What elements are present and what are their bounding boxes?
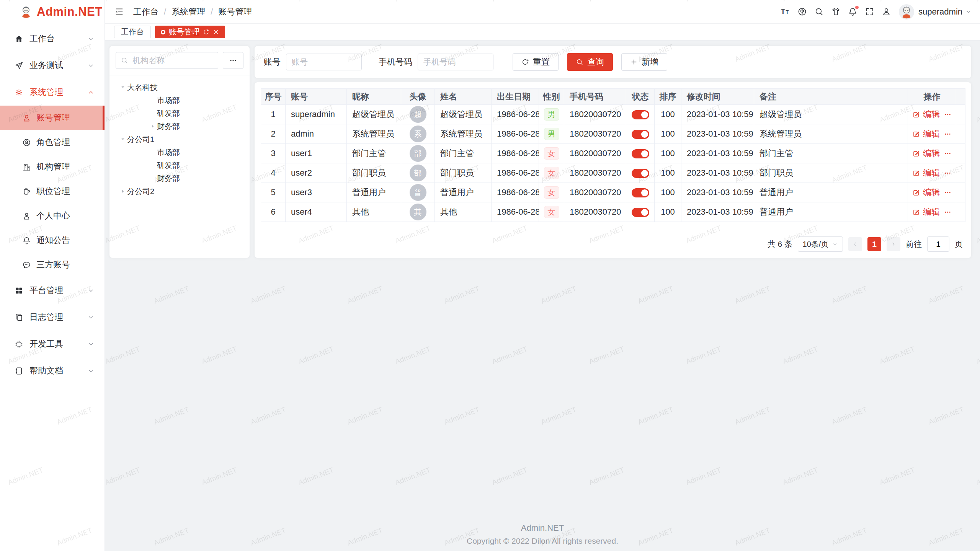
query-button[interactable]: 查询 [567, 53, 613, 71]
arrow-right-icon[interactable] [890, 241, 897, 247]
sidebar-item-system-mgmt[interactable]: 系统管理 [0, 79, 105, 106]
sidebar-item-platform-mgmt[interactable]: 平台管理 [0, 277, 105, 304]
tree-node-label: 市场部 [157, 95, 180, 106]
profile-button[interactable] [878, 3, 895, 21]
close-icon[interactable] [213, 29, 219, 35]
status-toggle[interactable] [632, 208, 649, 217]
sidebar-item-third-account[interactable]: 三方账号 [0, 253, 105, 277]
sidebar-item-business-test[interactable]: 业务测试 [0, 52, 105, 79]
refresh-icon[interactable] [203, 29, 209, 35]
edit-icon[interactable] [912, 189, 920, 197]
edit-button[interactable]: 编辑 [912, 167, 940, 179]
row-more-button[interactable] [944, 130, 952, 138]
sidebar-item-log-mgmt[interactable]: 日志管理 [0, 304, 105, 331]
tree-node-7[interactable]: 财务部 [116, 172, 247, 185]
fullscreen-button[interactable] [861, 3, 878, 21]
tree-caret[interactable] [149, 122, 157, 130]
row-more-button[interactable] [944, 189, 952, 197]
status-toggle[interactable] [632, 169, 649, 178]
position-icon [22, 187, 31, 196]
status-toggle[interactable] [632, 110, 649, 119]
arrow-left-icon[interactable] [852, 241, 858, 247]
org-search-input[interactable] [132, 55, 213, 65]
tree-caret[interactable] [119, 83, 127, 91]
prev-page-button[interactable] [848, 237, 862, 251]
sidebar-item-help-docs[interactable]: 帮助文档 [0, 357, 105, 384]
theme-button[interactable] [827, 3, 844, 21]
ellipsis-icon[interactable] [944, 150, 952, 158]
fold-icon[interactable] [114, 7, 124, 17]
ellipsis-icon[interactable] [944, 208, 952, 216]
row-more-button[interactable] [944, 111, 952, 119]
page-size-select[interactable]: 10条/页 [798, 236, 843, 252]
row-more-button[interactable] [944, 208, 952, 216]
edit-button[interactable]: 编辑 [912, 128, 940, 140]
font-size-button[interactable]: TT [777, 3, 794, 21]
edit-icon[interactable] [912, 208, 920, 216]
add-button[interactable]: 新增 [621, 53, 667, 71]
edit-icon[interactable] [912, 130, 920, 138]
goto-page-input[interactable] [927, 236, 949, 252]
tab-active-1[interactable]: 账号管理 [155, 26, 225, 38]
edit-button[interactable]: 编辑 [912, 206, 940, 218]
username[interactable]: superadmin [918, 7, 962, 17]
plus-icon [630, 58, 638, 66]
edit-icon[interactable] [912, 169, 920, 177]
tree-node-2[interactable]: 研发部 [116, 107, 247, 120]
ellipsis-icon[interactable] [944, 189, 952, 197]
ellipsis-icon[interactable] [229, 56, 237, 65]
org-search[interactable] [116, 52, 218, 69]
chevron-down-icon[interactable] [965, 8, 972, 15]
user-menu-chevron[interactable] [962, 8, 972, 15]
tree-caret[interactable] [119, 135, 127, 143]
row-more-button[interactable] [944, 150, 952, 158]
breadcrumb-item-1[interactable]: 系统管理 [172, 6, 205, 18]
sidebar-item-account-mgmt[interactable]: 账号管理 [0, 106, 105, 130]
tree-node-8[interactable]: 分公司2 [116, 185, 247, 198]
ellipsis-icon[interactable] [944, 169, 952, 177]
account-input[interactable] [286, 54, 362, 70]
sidebar-item-workbench[interactable]: 工作台 [0, 25, 105, 52]
sidebar-item-personal-center[interactable]: 个人中心 [0, 204, 105, 228]
collapse-menu-button[interactable] [114, 6, 126, 18]
main-area: 工作台/系统管理/账号管理 TTsuperadmin 工作台账号管理 大名科技市… [105, 0, 980, 551]
bell-icon [22, 236, 31, 245]
tree-node-3[interactable]: 财务部 [116, 120, 247, 133]
breadcrumb-item-2[interactable]: 账号管理 [218, 6, 252, 18]
user-avatar[interactable] [898, 4, 915, 20]
tree-node-0[interactable]: 大名科技 [116, 81, 247, 94]
edit-icon[interactable] [912, 111, 920, 119]
tree-node-4[interactable]: 分公司1 [116, 133, 247, 146]
ellipsis-icon[interactable] [944, 130, 952, 138]
column-header-11: 备注 [754, 89, 908, 105]
tree-node-6[interactable]: 研发部 [116, 159, 247, 172]
status-toggle[interactable] [632, 130, 649, 139]
edit-button[interactable]: 编辑 [912, 109, 940, 120]
language-button[interactable] [794, 3, 810, 21]
status-toggle[interactable] [632, 188, 649, 197]
sidebar-item-notice[interactable]: 通知公告 [0, 228, 105, 253]
breadcrumb-item-0[interactable]: 工作台 [133, 6, 158, 18]
sidebar-item-dev-tools[interactable]: 开发工具 [0, 331, 105, 357]
tree-node-5[interactable]: 市场部 [116, 146, 247, 159]
edit-button[interactable]: 编辑 [912, 148, 940, 159]
tree-caret[interactable] [119, 187, 127, 196]
edit-button[interactable]: 编辑 [912, 187, 940, 198]
org-more-button[interactable] [223, 52, 243, 69]
cell-gender: 女 [539, 144, 564, 163]
next-page-button[interactable] [887, 237, 900, 251]
phone-input[interactable] [418, 54, 493, 70]
tree-node-1[interactable]: 市场部 [116, 94, 247, 107]
reset-button[interactable]: 重置 [513, 53, 559, 71]
sidebar-item-position-mgmt[interactable]: 职位管理 [0, 179, 105, 204]
notification-button[interactable] [844, 3, 861, 21]
edit-icon[interactable] [912, 150, 920, 158]
search-button[interactable] [810, 3, 827, 21]
ellipsis-icon[interactable] [944, 111, 952, 119]
sidebar-item-org-mgmt[interactable]: 机构管理 [0, 155, 105, 179]
row-more-button[interactable] [944, 169, 952, 177]
page-1-button[interactable]: 1 [867, 237, 881, 251]
status-toggle[interactable] [632, 149, 649, 158]
sidebar-item-role-mgmt[interactable]: 角色管理 [0, 130, 105, 155]
tab-0[interactable]: 工作台 [114, 26, 151, 38]
